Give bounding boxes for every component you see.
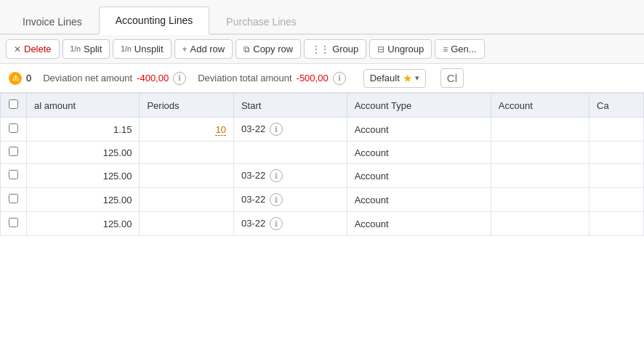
cell-account	[491, 164, 589, 188]
warn-count: 0	[26, 73, 31, 83]
tabs-bar: Invoice Lines Accounting Lines Purchase …	[0, 0, 644, 35]
generate-button[interactable]: ≡ Gen...	[435, 39, 484, 59]
cell-periods	[140, 164, 234, 188]
cell-extra	[589, 188, 644, 212]
tab-invoice-lines[interactable]: Invoice Lines	[6, 8, 99, 35]
row-checkbox-cell	[1, 164, 27, 188]
delete-button[interactable]: ✕ Delete	[6, 39, 60, 59]
row-info-icon[interactable]: ℹ	[270, 169, 283, 182]
cell-amount: 1.15	[27, 118, 140, 142]
cell-amount: 125.00	[27, 212, 140, 236]
copy-row-button[interactable]: ⧉ Copy row	[236, 39, 301, 59]
cell-account	[491, 212, 589, 236]
cell-account-type: Account	[347, 142, 491, 164]
cell-extra	[589, 118, 644, 142]
cell-amount: 125.00	[27, 164, 140, 188]
total-info-icon[interactable]: ℹ	[333, 72, 346, 85]
net-info-icon[interactable]: ℹ	[173, 72, 186, 85]
delete-label: Delete	[24, 44, 52, 54]
close-button[interactable]: Cl	[440, 68, 464, 88]
table-row: 1.151003-22ℹAccount	[1, 118, 644, 142]
ungroup-button[interactable]: ⊟ Ungroup	[369, 39, 432, 59]
unsplit-button[interactable]: 1/n Unsplit	[113, 39, 171, 59]
cell-account	[491, 142, 589, 164]
cell-start: 03-22ℹ	[233, 164, 347, 188]
row-checkbox-cell	[1, 118, 27, 142]
cell-start	[233, 142, 347, 164]
row-checkbox[interactable]	[9, 170, 18, 179]
ungroup-label: Ungroup	[387, 44, 424, 54]
row-checkbox[interactable]	[9, 147, 18, 156]
copy-icon: ⧉	[243, 44, 250, 54]
header-account: Account	[491, 94, 589, 118]
group-button[interactable]: ⋮⋮ Group	[304, 39, 366, 59]
list-icon: ≡	[443, 44, 448, 54]
split-button[interactable]: 1/n Split	[63, 39, 110, 59]
row-checkbox-cell	[1, 188, 27, 212]
split-fraction: 1/n	[71, 45, 81, 53]
row-checkbox[interactable]	[9, 218, 18, 227]
cell-start: 03-22ℹ	[233, 118, 347, 142]
unsplit-fraction: 1/n	[121, 45, 131, 53]
add-row-button[interactable]: + Add row	[174, 39, 233, 59]
cell-account-type: Account	[347, 164, 491, 188]
row-info-icon[interactable]: ℹ	[270, 193, 283, 206]
table-row: 125.0003-22ℹAccount	[1, 212, 644, 236]
ungroup-icon: ⊟	[377, 44, 385, 54]
cell-amount: 125.00	[27, 188, 140, 212]
x-icon: ✕	[14, 44, 21, 54]
select-all-checkbox[interactable]	[9, 99, 18, 109]
default-label: Default	[370, 73, 400, 83]
plus-icon: +	[182, 44, 188, 54]
total-deviation-label: Deviation total amount	[198, 73, 291, 83]
close-label: Cl	[447, 72, 457, 84]
total-deviation-value: -500,00	[297, 73, 329, 83]
cell-account	[491, 188, 589, 212]
copy-row-label: Copy row	[253, 44, 293, 54]
generate-label: Gen...	[451, 44, 476, 54]
table-row: 125.0003-22ℹAccount	[1, 164, 644, 188]
chevron-down-icon: ▾	[415, 73, 419, 83]
row-checkbox[interactable]	[9, 194, 18, 203]
cell-periods[interactable]: 10	[140, 118, 234, 142]
cell-account-type: Account	[347, 118, 491, 142]
cell-periods	[140, 142, 234, 164]
row-info-icon[interactable]: ℹ	[270, 123, 283, 136]
warn-icon: ⚠	[9, 72, 22, 85]
split-label: Split	[84, 44, 102, 54]
total-deviation-group: Deviation total amount -500,00 ℹ	[198, 72, 345, 85]
net-deviation-label: Deviation net amount	[43, 73, 132, 83]
row-checkbox-cell	[1, 142, 27, 164]
row-info-icon[interactable]: ℹ	[270, 217, 283, 230]
header-checkbox-col	[1, 94, 27, 118]
cell-extra	[589, 164, 644, 188]
star-icon: ★	[403, 72, 412, 85]
add-row-label: Add row	[190, 44, 225, 54]
header-start: Start	[233, 94, 347, 118]
net-deviation-value: -400,00	[137, 73, 169, 83]
cell-extra	[589, 212, 644, 236]
tab-accounting-lines[interactable]: Accounting Lines	[99, 7, 210, 35]
cell-extra	[589, 142, 644, 164]
cell-start: 03-22ℹ	[233, 188, 347, 212]
row-checkbox-cell	[1, 212, 27, 236]
cell-account-type: Account	[347, 212, 491, 236]
header-extra: Ca	[589, 94, 644, 118]
table-row: 125.0003-22ℹAccount	[1, 188, 644, 212]
table-container: al amount Periods Start Account Type Acc…	[0, 93, 644, 354]
cell-account	[491, 118, 589, 142]
group-icon: ⋮⋮	[312, 44, 329, 54]
default-badge[interactable]: Default ★ ▾	[363, 69, 426, 88]
group-label: Group	[332, 44, 358, 54]
tab-purchase-lines: Purchase Lines	[209, 8, 313, 35]
deviation-bar: ⚠ 0 Deviation net amount -400,00 ℹ Devia…	[0, 64, 644, 93]
cell-start: 03-22ℹ	[233, 212, 347, 236]
unsplit-label: Unsplit	[134, 44, 164, 54]
header-account-type: Account Type	[347, 94, 491, 118]
table-row: 125.00Account	[1, 142, 644, 164]
cell-periods	[140, 188, 234, 212]
header-periods: Periods	[140, 94, 234, 118]
row-checkbox[interactable]	[9, 123, 18, 133]
accounting-lines-table: al amount Periods Start Account Type Acc…	[0, 93, 644, 236]
header-amount: al amount	[27, 94, 140, 118]
